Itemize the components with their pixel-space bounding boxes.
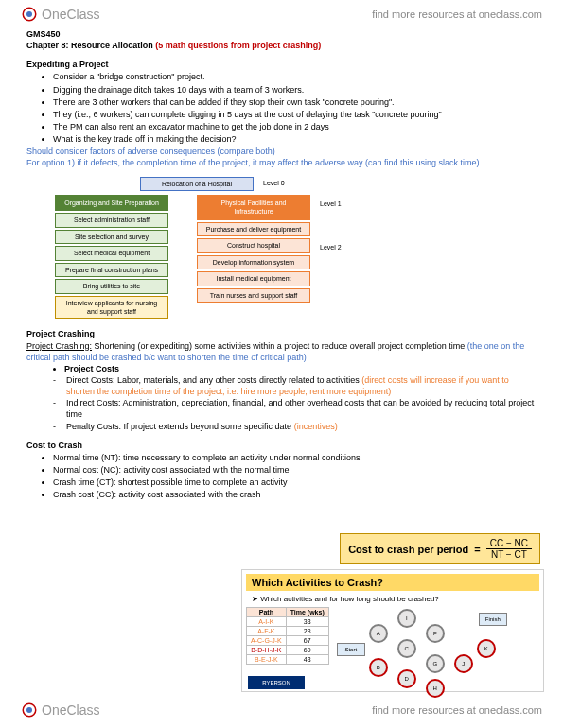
table-row: A-F-K28 — [247, 627, 329, 636]
wbs-item: Bring utilities to site — [55, 279, 168, 293]
finish-node: Finish — [479, 613, 507, 626]
node-c: C — [397, 639, 416, 658]
node-d: D — [397, 669, 416, 688]
table-row: A-I-K33 — [247, 617, 329, 627]
list-item: Normal time (NT): time necessary to comp… — [53, 452, 537, 463]
costs-head: Project Costs — [64, 363, 537, 374]
start-node: Start — [337, 643, 365, 656]
list-item: The PM can also rent an excavator machin… — [53, 121, 537, 132]
wbs-item: Site selection and survey — [55, 230, 168, 244]
level-label: Level 2 — [320, 243, 342, 251]
indirect-cost: Indirect Costs: Administration, deprecia… — [66, 397, 537, 420]
expediting-note1: Should consider factors of adverse conse… — [26, 146, 537, 157]
chapter-note: (5 math questions from project crashing) — [155, 41, 321, 50]
node-h: H — [426, 679, 445, 698]
chapter-title: Chapter 8: Resource Allocation — [26, 41, 153, 50]
wbs-root: Relocation of a Hospital — [140, 177, 254, 191]
expediting-title: Expediting a Project — [26, 59, 537, 70]
svg-point-1 — [26, 11, 32, 17]
wbs-item: Select medical equipment — [55, 246, 168, 260]
fraction: CC − NC NT − CT — [486, 538, 532, 560]
numerator: CC − NC — [486, 538, 532, 549]
wbs-item: Install medical equipment — [197, 271, 310, 286]
cost-types: -Direct Costs: Labor, materials, and any… — [53, 374, 537, 432]
node-b: B — [369, 658, 388, 677]
list-item: Crash cost (CC): activity cost associate… — [53, 489, 537, 500]
penalty-note: (incentives) — [294, 422, 338, 431]
panel-sub: ➤ Which activities and for how long shou… — [252, 595, 539, 603]
crashing-definition: Project Crashing: Shortening (or expedit… — [26, 340, 537, 363]
def-text: Shortening (or expediting) some activiti… — [95, 341, 466, 351]
page-footer: OneClass find more resources at oneclass… — [0, 696, 563, 724]
cost-crash-list: Normal time (NT): time necessary to comp… — [53, 452, 537, 501]
list-item: Crash time (CT): shortest possible time … — [53, 477, 537, 488]
node-i: I — [397, 609, 416, 628]
brand-logo-footer: OneClass — [21, 702, 99, 719]
wbs-col2-head: Physical Facilities and Infrastructure — [197, 195, 310, 220]
wbs-item: Interview applicants for nursing and sup… — [55, 296, 168, 320]
document-body: GMS450 Chapter 8: Resource Allocation (5… — [0, 28, 563, 500]
wbs-item: Purchase and deliver equipment — [197, 222, 310, 236]
expediting-list: Consider a "bridge construction" project… — [53, 71, 537, 145]
node-g: G — [426, 654, 445, 673]
th-path: Path — [247, 608, 287, 617]
svg-point-3 — [26, 707, 32, 713]
level-label: Level 1 — [320, 199, 342, 208]
wbs-item: Construct hospital — [197, 238, 310, 252]
equals: = — [474, 544, 480, 555]
wbs-diagram: Relocation of a Hospital Level 0 Organiz… — [55, 177, 358, 321]
cost-crash-title: Cost to Crash — [26, 440, 537, 451]
direct-cost: Direct Costs: Labor, materials, and any … — [66, 375, 360, 385]
list-item: There are 3 other workers that can be ad… — [53, 96, 537, 108]
wbs-item: Develop information system — [197, 255, 310, 269]
list-item: Consider a "bridge construction" project… — [53, 71, 537, 82]
penalty-cost: Penalty Costs: If project extends beyond… — [66, 422, 291, 431]
denominator: NT − CT — [487, 549, 531, 560]
wbs-item: Train nurses and support staff — [197, 288, 310, 303]
expediting-note2: For option 1) if it defects, the complet… — [26, 157, 537, 168]
crash-activities-panel: Which Activities to Crash? ➤ Which activ… — [241, 569, 544, 692]
node-j: J — [454, 654, 473, 673]
wbs-item: Prepare final construction plans — [55, 263, 168, 277]
formula-label: Cost to crash per period — [348, 544, 468, 555]
brand-name: OneClass — [42, 7, 99, 22]
node-f: F — [426, 624, 445, 643]
page-header: OneClass find more resources at oneclass… — [0, 0, 563, 28]
costs-list: Project Costs — [64, 363, 537, 374]
list-item: Normal cost (NC): activity cost associat… — [53, 464, 537, 476]
node-k: K — [477, 639, 496, 658]
def-label: Project Crashing: — [26, 341, 92, 351]
wbs-col1-head: Organizing and Site Preparation — [55, 195, 168, 211]
panel-title: Which Activities to Crash? — [246, 574, 539, 591]
th-time: Time (wks) — [286, 608, 328, 617]
formula-box: Cost to crash per period = CC − NC NT − … — [340, 533, 540, 564]
brand-logo: OneClass — [21, 6, 99, 23]
brand-name: OneClass — [42, 702, 99, 718]
level-label: Level 0 — [263, 179, 285, 187]
ryerson-badge: RYERSON — [248, 676, 305, 689]
table-row: B-E-J-K43 — [247, 655, 329, 665]
table-row: A-C-G-J-K67 — [247, 636, 329, 646]
course-code: GMS450 — [26, 28, 537, 40]
header-link[interactable]: find more resources at oneclass.com — [372, 9, 542, 20]
node-a: A — [369, 624, 388, 643]
list-item: Digging the drainage ditch takes 10 days… — [53, 84, 537, 95]
logo-icon — [21, 6, 38, 23]
list-item: What is the key trade off in making the … — [53, 133, 537, 145]
footer-link[interactable]: find more resources at oneclass.com — [372, 704, 542, 716]
crashing-title: Project Crashing — [26, 328, 537, 339]
network-diagram: Start A B I C D F G H J K Finish — [337, 607, 507, 692]
table-row: B-D-H-J-K69 — [247, 646, 329, 655]
list-item: They (i.e., 6 workers) can complete digg… — [53, 109, 537, 120]
logo-icon — [21, 702, 38, 719]
path-table: PathTime (wks) A-I-K33 A-F-K28 A-C-G-J-K… — [246, 607, 329, 665]
chapter-line: Chapter 8: Resource Allocation (5 math q… — [26, 40, 537, 51]
wbs-item: Select administration staff — [55, 213, 168, 227]
